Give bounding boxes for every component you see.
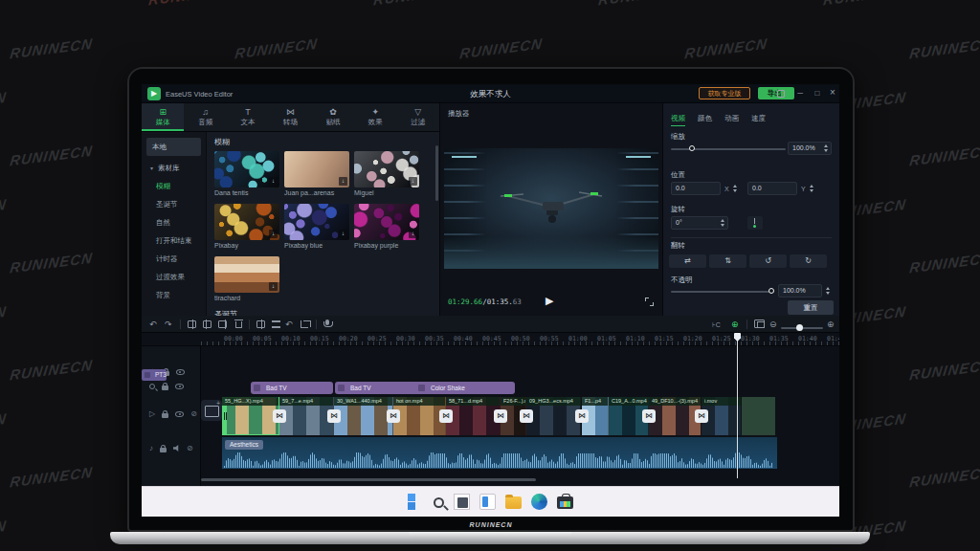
transition-icon[interactable]: ⋈ [439,409,453,423]
media-thumbnail[interactable]: ↓ Miguel [354,151,419,199]
hide-track-icon[interactable]: ⊘ [187,444,193,452]
transition-icon[interactable]: ⋈ [575,409,589,423]
position-x-input[interactable]: 0.0 [671,182,721,195]
snap-icon[interactable]: ⊦C [712,320,721,330]
undo-icon[interactable]: ↶ [149,320,157,329]
inspector-tab[interactable]: 颜色 [698,114,712,125]
get-pro-button[interactable]: 获取专业版 [699,87,750,99]
zoom-in-icon[interactable]: ⊕ [827,320,835,329]
download-icon[interactable]: ↓ [269,230,278,238]
transition-icon[interactable]: ⋈ [494,409,507,423]
rotate-stepper[interactable] [719,216,726,230]
visibility-icon[interactable] [176,369,185,375]
sidebar-item[interactable]: 计时器 [142,250,206,268]
start-button-icon[interactable] [408,494,424,510]
lock-icon[interactable] [162,386,168,390]
visibility-icon[interactable] [175,384,184,389]
angle-indicator-icon[interactable] [747,216,763,230]
zoom-out-icon[interactable]: ⊖ [769,320,777,329]
flip-button[interactable]: ⇄ [669,254,706,268]
flip-button[interactable]: ↻ [790,254,827,268]
rotate-clip-icon[interactable]: ↶ [285,320,293,329]
opacity-slider-knob[interactable] [768,288,774,294]
inspector-tab[interactable]: 视频 [671,114,685,126]
sidebar-item[interactable]: 过渡效果 [142,268,206,286]
transition-icon[interactable]: ⋈ [273,409,286,423]
media-thumbnail[interactable]: ↓ Pixabay [214,204,279,252]
video-preview[interactable] [444,148,658,269]
transition-icon[interactable]: ⋈ [387,409,400,423]
sidebar-item[interactable]: 自然 [142,213,206,231]
delete-icon[interactable] [235,321,242,328]
grid-scrollbar[interactable] [435,145,438,201]
search-icon[interactable] [434,497,444,508]
redo-icon[interactable]: ↷ [165,320,172,329]
visibility-icon[interactable] [175,411,184,417]
media-tab[interactable]: ⊞ 媒体 [142,103,184,131]
sidebar-item[interactable]: 模糊 [142,177,206,195]
cut-icon[interactable] [256,320,265,328]
sidebar-item[interactable]: 打开和结束 [142,231,206,250]
task-view-icon[interactable] [454,494,470,510]
reset-button[interactable]: 重置 [788,300,834,315]
frame-view-icon[interactable] [754,320,765,328]
sidebar-item[interactable]: 本地 [146,138,201,156]
file-explorer-icon[interactable] [505,496,522,509]
download-icon[interactable]: ↓ [269,282,278,291]
video-clip[interactable]: 59_7...e.mp4 [279,397,334,435]
scale-slider[interactable] [671,148,786,150]
mute-track-icon[interactable]: ⊘ [190,409,197,418]
audio-track[interactable]: Aesthetics [222,437,777,469]
lock-icon[interactable] [162,413,168,418]
close-button[interactable]: × [827,88,838,98]
record-voiceover-icon[interactable] [325,320,329,325]
flip-button[interactable]: ↺ [749,254,787,268]
video-clip[interactable]: 09_HG3...ecs.mp4 [526,397,582,435]
fullscreen-icon[interactable] [645,298,654,306]
lock-icon[interactable] [160,448,167,452]
media-thumbnail[interactable]: ↓ Dana tentis [214,151,279,199]
position-y-input[interactable]: 0.0 [747,182,797,195]
render-preview-icon[interactable]: ⊕ [731,320,739,329]
microsoft-store-icon[interactable] [557,496,573,509]
add-media-button[interactable] [201,400,222,421]
video-clip[interactable]: 30_WA1...440.mp4 [334,397,393,435]
media-thumbnail[interactable]: ↓ Pixabay blue [284,204,349,252]
video-clip[interactable]: hot on.mp4 [393,397,446,435]
duplicate-icon[interactable] [272,320,280,328]
pip-effect-clip[interactable]: PT3 [142,369,167,381]
crop-icon[interactable] [301,320,308,328]
export-button[interactable]: 导出↑ [758,87,794,99]
play-button[interactable]: ▶ [546,295,553,307]
feedback-icon[interactable] [777,90,785,98]
media-tab[interactable]: ▽ 过滤 [397,103,439,131]
opacity-value-input[interactable]: 100.0% [778,284,822,298]
download-icon[interactable]: ↓ [409,177,417,186]
inspector-tab[interactable]: 动画 [724,114,739,125]
video-clip[interactable]: 58_71...d.mp4 [446,397,501,435]
scale-stepper[interactable] [822,142,830,155]
media-thumbnail[interactable]: ↓ tirachard [214,256,279,304]
filter-clip[interactable]: Color Shake [415,382,515,394]
trim-left-icon[interactable] [203,320,212,328]
media-tab[interactable]: ✦ 效果 [354,103,396,131]
flip-button[interactable]: ⇅ [709,254,746,268]
playhead[interactable] [737,333,738,478]
download-icon[interactable]: ↓ [409,230,417,238]
edge-browser-icon[interactable] [531,494,547,510]
app-window-icon[interactable] [479,494,496,510]
opacity-stepper[interactable] [824,284,832,298]
media-tab[interactable]: T 文本 [227,103,269,131]
sidebar-item[interactable]: 素材库 [142,159,206,177]
media-tab[interactable]: ⋈ 转场 [269,103,311,131]
sidebar-item[interactable]: 背景 [142,286,206,304]
download-icon[interactable]: ↓ [339,177,347,186]
transition-icon[interactable]: ⋈ [520,409,533,423]
media-tab[interactable]: ♫ 音频 [184,103,226,131]
transition-icon[interactable]: ⋈ [695,409,708,423]
media-thumbnail[interactable]: ↓ Juan pa...arenas [284,151,349,199]
maximize-button[interactable]: □ [812,89,823,99]
split-clip-icon[interactable] [188,320,196,328]
transition-icon[interactable]: ⋈ [642,409,656,423]
download-icon[interactable]: ↓ [339,230,347,238]
